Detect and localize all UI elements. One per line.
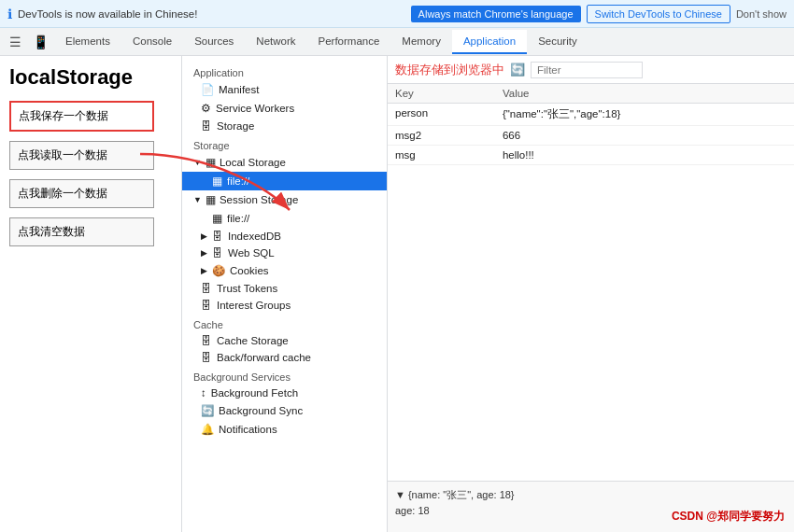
info-icon: ℹ <box>7 7 12 21</box>
session-storage-file-icon: ▦ <box>212 212 222 225</box>
table-row[interactable]: msg2666 <box>388 126 794 146</box>
table-cell-value: hello!!! <box>495 146 794 165</box>
sidebar-item-trust-tokens[interactable]: 🗄 Trust Tokens <box>182 280 387 297</box>
sidebar-item-websql[interactable]: ▶ 🗄 Web SQL <box>182 245 387 261</box>
local-storage-file-icon: ▦ <box>212 175 222 188</box>
sidebar-item-cache-storage[interactable]: 🗄 Cache Storage <box>182 332 387 349</box>
websql-chevron: ▶ <box>201 248 207 258</box>
devtools-panel: Application 📄 Manifest ⚙ Service Workers… <box>182 56 794 532</box>
tab-memory[interactable]: Memory <box>390 30 452 54</box>
table-cell-key: msg2 <box>388 126 495 146</box>
sidebar-item-indexeddb[interactable]: ▶ 🗄 IndexedDB <box>182 228 387 245</box>
sidebar-item-service-workers[interactable]: ⚙ Service Workers <box>182 99 387 118</box>
sidebar-item-notifications[interactable]: 🔔 Notifications <box>182 420 387 439</box>
info-bar: ℹ DevTools is now available in Chinese! … <box>0 0 794 28</box>
demo-page: localStorage 点我保存一个数据 点我读取一个数据 点我删除一个数据 … <box>0 56 182 532</box>
main-panel: 数据存储到浏览器中 🔄 Key Value person{"name":"张三"… <box>388 56 794 532</box>
refresh-button[interactable]: 🔄 <box>510 63 525 77</box>
interest-groups-icon: 🗄 <box>201 300 212 311</box>
table-row[interactable]: person{"name":"张三","age":18} <box>388 104 794 126</box>
match-language-button[interactable]: Always match Chrome's language <box>411 6 581 22</box>
main-content: localStorage 点我保存一个数据 点我读取一个数据 点我删除一个数据 … <box>0 56 794 532</box>
table-cell-key: person <box>388 104 495 126</box>
demo-title: localStorage <box>9 65 172 90</box>
preview-line-1: ▼ {name: "张三", age: 18} <box>395 487 787 503</box>
key-column-header: Key <box>388 84 495 104</box>
storage-icon: 🗄 <box>201 120 212 132</box>
back-forward-cache-icon: 🗄 <box>201 352 212 363</box>
sidebar-item-interest-groups[interactable]: 🗄 Interest Groups <box>182 297 387 314</box>
cookies-icon: 🍪 <box>212 264 225 277</box>
tab-application[interactable]: Application <box>452 30 527 54</box>
panel-header: 数据存储到浏览器中 🔄 <box>388 56 794 84</box>
session-storage-group: ▼ ▦ Session Storage ▦ file:// <box>182 190 387 228</box>
sidebar-item-storage[interactable]: 🗄 Storage <box>182 118 387 134</box>
cache-section-label: Cache <box>182 314 387 332</box>
bg-fetch-icon: ↕ <box>201 387 206 399</box>
sidebar-item-local-storage-file[interactable]: ▦ file:// <box>182 172 387 190</box>
tab-network[interactable]: Network <box>245 30 306 54</box>
notifications-icon: 🔔 <box>201 423 214 436</box>
info-text: DevTools is now available in Chinese! <box>18 8 405 20</box>
filter-input[interactable] <box>531 62 643 78</box>
panel-title: 数据存储到浏览器中 <box>395 62 504 78</box>
data-table: Key Value person{"name":"张三","age":18}ms… <box>388 84 794 481</box>
sidebar-item-bg-sync[interactable]: 🔄 Background Sync <box>182 401 387 420</box>
tab-performance[interactable]: Performance <box>307 30 391 54</box>
cookies-chevron: ▶ <box>201 266 207 275</box>
service-workers-icon: ⚙ <box>201 102 211 115</box>
delete-button[interactable]: 点我删除一个数据 <box>9 179 154 208</box>
sidebar-item-manifest[interactable]: 📄 Manifest <box>182 80 387 99</box>
indexeddb-icon: 🗄 <box>212 231 223 242</box>
devtools-tab-bar: ☰ 📱 Elements Console Sources Network Per… <box>0 28 794 56</box>
save-button[interactable]: 点我保存一个数据 <box>9 101 154 132</box>
tab-console[interactable]: Console <box>121 30 183 54</box>
cache-storage-icon: 🗄 <box>201 335 212 346</box>
sidebar-item-cookies[interactable]: ▶ 🍪 Cookies <box>182 261 387 280</box>
local-storage-table-icon: ▦ <box>206 156 216 169</box>
indexeddb-chevron: ▶ <box>201 231 207 241</box>
table-cell-key: msg <box>388 146 495 165</box>
switch-devtools-button[interactable]: Switch DevTools to Chinese <box>587 5 730 23</box>
sidebar-item-session-storage-file[interactable]: ▦ file:// <box>182 209 387 228</box>
trust-tokens-icon: 🗄 <box>201 283 212 294</box>
local-storage-group: ▼ ▦ Local Storage ▦ file:// <box>182 153 387 190</box>
device-toggle-icon[interactable]: 📱 <box>27 31 54 53</box>
hamburger-icon[interactable]: ☰ <box>4 31 27 53</box>
sidebar-item-back-forward-cache[interactable]: 🗄 Back/forward cache <box>182 349 387 366</box>
sidebar: Application 📄 Manifest ⚙ Service Workers… <box>182 56 388 532</box>
tab-sources[interactable]: Sources <box>183 30 245 54</box>
sidebar-item-bg-fetch[interactable]: ↕ Background Fetch <box>182 385 387 401</box>
session-storage-table-icon: ▦ <box>206 193 216 206</box>
local-storage-header[interactable]: ▼ ▦ Local Storage <box>182 153 387 172</box>
table-cell-value: 666 <box>495 126 794 146</box>
tab-elements[interactable]: Elements <box>54 30 121 54</box>
session-storage-header[interactable]: ▼ ▦ Session Storage <box>182 190 387 209</box>
clear-button[interactable]: 点我清空数据 <box>9 217 154 246</box>
dont-show-button[interactable]: Don't show <box>736 8 787 20</box>
session-storage-chevron: ▼ <box>193 195 202 204</box>
value-column-header: Value <box>495 84 794 104</box>
bg-sync-icon: 🔄 <box>201 404 214 417</box>
application-section-label: Application <box>182 62 387 80</box>
watermark: CSDN @郑同学要努力 <box>672 509 785 525</box>
websql-icon: 🗄 <box>212 247 223 259</box>
table-row[interactable]: msghello!!! <box>388 146 794 165</box>
read-button[interactable]: 点我读取一个数据 <box>9 141 154 170</box>
table-cell-value: {"name":"张三","age":18} <box>495 104 794 126</box>
manifest-icon: 📄 <box>201 83 214 96</box>
storage-section-label: Storage <box>182 134 387 153</box>
tab-security[interactable]: Security <box>527 30 588 54</box>
bg-services-section-label: Background Services <box>182 366 387 385</box>
local-storage-chevron: ▼ <box>193 158 202 167</box>
